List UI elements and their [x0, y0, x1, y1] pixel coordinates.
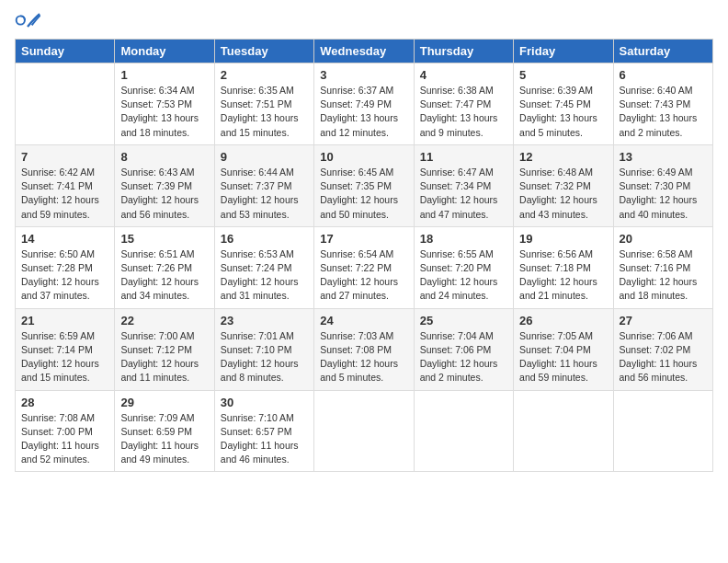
day-detail: Sunrise: 6:35 AMSunset: 7:51 PMDaylight:… [221, 84, 308, 140]
day-detail: Sunrise: 6:59 AMSunset: 7:14 PMDaylight:… [21, 329, 108, 385]
weekday-header-monday: Monday [115, 40, 214, 63]
day-number: 9 [221, 150, 308, 164]
weekday-header-thursday: Thursday [414, 40, 513, 63]
day-number: 6 [620, 68, 707, 82]
day-number: 14 [21, 232, 108, 246]
calendar-cell [514, 390, 613, 472]
day-number: 13 [620, 150, 707, 164]
calendar-cell [613, 390, 712, 472]
calendar-week-row: 21Sunrise: 6:59 AMSunset: 7:14 PMDayligh… [16, 308, 713, 390]
day-number: 11 [420, 150, 507, 164]
day-detail: Sunrise: 7:05 AMSunset: 7:04 PMDaylight:… [519, 329, 607, 385]
day-detail: Sunrise: 6:45 AMSunset: 7:35 PMDaylight:… [320, 166, 407, 222]
day-detail: Sunrise: 7:04 AMSunset: 7:06 PMDaylight:… [420, 329, 507, 385]
calendar-cell: 9Sunrise: 6:44 AMSunset: 7:37 PMDaylight… [214, 144, 313, 226]
calendar-week-row: 28Sunrise: 7:08 AMSunset: 7:00 PMDayligh… [16, 390, 713, 472]
day-detail: Sunrise: 6:56 AMSunset: 7:18 PMDaylight:… [519, 247, 607, 304]
day-number: 28 [21, 396, 108, 409]
day-number: 27 [620, 314, 707, 327]
calendar-cell: 28Sunrise: 7:08 AMSunset: 7:00 PMDayligh… [16, 390, 115, 472]
calendar-cell: 16Sunrise: 6:53 AMSunset: 7:24 PMDayligh… [214, 226, 313, 308]
day-number: 4 [420, 68, 507, 82]
logo [15, 11, 42, 29]
calendar-cell: 30Sunrise: 7:10 AMSunset: 6:57 PMDayligh… [214, 390, 313, 472]
day-detail: Sunrise: 6:42 AMSunset: 7:41 PMDaylight:… [21, 166, 108, 222]
day-detail: Sunrise: 7:01 AMSunset: 7:10 PMDaylight:… [221, 329, 308, 385]
calendar-cell: 2Sunrise: 6:35 AMSunset: 7:51 PMDaylight… [214, 63, 313, 145]
calendar-cell: 4Sunrise: 6:38 AMSunset: 7:47 PMDaylight… [414, 63, 513, 145]
calendar-cell: 13Sunrise: 6:49 AMSunset: 7:30 PMDayligh… [613, 144, 712, 226]
day-number: 29 [120, 396, 208, 409]
header [15, 11, 713, 29]
day-detail: Sunrise: 7:06 AMSunset: 7:02 PMDaylight:… [620, 329, 707, 385]
day-number: 18 [420, 232, 507, 246]
day-number: 20 [620, 232, 707, 246]
calendar-week-row: 1Sunrise: 6:34 AMSunset: 7:53 PMDaylight… [16, 63, 713, 145]
logo-icon [15, 11, 40, 29]
calendar-cell: 19Sunrise: 6:56 AMSunset: 7:18 PMDayligh… [514, 226, 613, 308]
day-detail: Sunrise: 6:40 AMSunset: 7:43 PMDaylight:… [620, 84, 707, 140]
day-number: 23 [221, 314, 308, 327]
calendar-cell: 17Sunrise: 6:54 AMSunset: 7:22 PMDayligh… [314, 226, 414, 308]
calendar-cell: 24Sunrise: 7:03 AMSunset: 7:08 PMDayligh… [314, 308, 414, 390]
day-detail: Sunrise: 7:00 AMSunset: 7:12 PMDaylight:… [120, 329, 208, 385]
calendar-cell: 12Sunrise: 6:48 AMSunset: 7:32 PMDayligh… [514, 144, 613, 226]
calendar-cell [414, 390, 513, 472]
day-number: 30 [221, 396, 308, 409]
calendar-cell: 14Sunrise: 6:50 AMSunset: 7:28 PMDayligh… [16, 226, 115, 308]
day-detail: Sunrise: 7:08 AMSunset: 7:00 PMDaylight:… [21, 411, 108, 467]
day-number: 8 [120, 150, 208, 164]
day-number: 2 [221, 68, 308, 82]
day-detail: Sunrise: 6:49 AMSunset: 7:30 PMDaylight:… [620, 166, 707, 222]
calendar-cell [16, 63, 115, 145]
day-number: 24 [320, 314, 407, 327]
day-number: 1 [120, 68, 208, 82]
weekday-header-friday: Friday [514, 40, 613, 63]
calendar-week-row: 14Sunrise: 6:50 AMSunset: 7:28 PMDayligh… [16, 226, 713, 308]
day-number: 19 [519, 232, 607, 246]
day-detail: Sunrise: 6:58 AMSunset: 7:16 PMDaylight:… [620, 247, 707, 304]
day-number: 5 [519, 68, 607, 82]
page: SundayMondayTuesdayWednesdayThursdayFrid… [0, 0, 728, 563]
day-detail: Sunrise: 7:03 AMSunset: 7:08 PMDaylight:… [320, 329, 407, 385]
calendar-cell: 20Sunrise: 6:58 AMSunset: 7:16 PMDayligh… [613, 226, 712, 308]
day-detail: Sunrise: 6:43 AMSunset: 7:39 PMDaylight:… [120, 166, 208, 222]
calendar-cell: 5Sunrise: 6:39 AMSunset: 7:45 PMDaylight… [514, 63, 613, 145]
weekday-header-row: SundayMondayTuesdayWednesdayThursdayFrid… [16, 40, 713, 63]
weekday-header-tuesday: Tuesday [214, 40, 313, 63]
calendar-cell: 23Sunrise: 7:01 AMSunset: 7:10 PMDayligh… [214, 308, 313, 390]
day-detail: Sunrise: 6:53 AMSunset: 7:24 PMDaylight:… [221, 247, 308, 304]
calendar-cell: 3Sunrise: 6:37 AMSunset: 7:49 PMDaylight… [314, 63, 414, 145]
calendar-cell: 10Sunrise: 6:45 AMSunset: 7:35 PMDayligh… [314, 144, 414, 226]
day-detail: Sunrise: 6:50 AMSunset: 7:28 PMDaylight:… [21, 247, 108, 304]
day-number: 25 [420, 314, 507, 327]
calendar-cell: 26Sunrise: 7:05 AMSunset: 7:04 PMDayligh… [514, 308, 613, 390]
calendar-cell: 25Sunrise: 7:04 AMSunset: 7:06 PMDayligh… [414, 308, 513, 390]
day-number: 7 [21, 150, 108, 164]
day-number: 10 [320, 150, 407, 164]
calendar-week-row: 7Sunrise: 6:42 AMSunset: 7:41 PMDaylight… [16, 144, 713, 226]
day-detail: Sunrise: 6:38 AMSunset: 7:47 PMDaylight:… [420, 84, 507, 140]
weekday-header-wednesday: Wednesday [314, 40, 414, 63]
calendar-cell: 11Sunrise: 6:47 AMSunset: 7:34 PMDayligh… [414, 144, 513, 226]
day-number: 17 [320, 232, 407, 246]
calendar-cell [314, 390, 414, 472]
calendar-cell: 18Sunrise: 6:55 AMSunset: 7:20 PMDayligh… [414, 226, 513, 308]
day-number: 22 [120, 314, 208, 327]
weekday-header-saturday: Saturday [613, 40, 712, 63]
day-number: 26 [519, 314, 607, 327]
day-detail: Sunrise: 6:51 AMSunset: 7:26 PMDaylight:… [120, 247, 208, 304]
day-number: 15 [120, 232, 208, 246]
day-number: 12 [519, 150, 607, 164]
day-detail: Sunrise: 6:34 AMSunset: 7:53 PMDaylight:… [120, 84, 208, 140]
calendar-cell: 22Sunrise: 7:00 AMSunset: 7:12 PMDayligh… [115, 308, 214, 390]
calendar-cell: 29Sunrise: 7:09 AMSunset: 6:59 PMDayligh… [115, 390, 214, 472]
calendar-table: SundayMondayTuesdayWednesdayThursdayFrid… [15, 39, 713, 472]
calendar-cell: 15Sunrise: 6:51 AMSunset: 7:26 PMDayligh… [115, 226, 214, 308]
day-number: 16 [221, 232, 308, 246]
day-detail: Sunrise: 6:55 AMSunset: 7:20 PMDaylight:… [420, 247, 507, 304]
calendar-cell: 8Sunrise: 6:43 AMSunset: 7:39 PMDaylight… [115, 144, 214, 226]
day-number: 3 [320, 68, 407, 82]
calendar-cell: 1Sunrise: 6:34 AMSunset: 7:53 PMDaylight… [115, 63, 214, 145]
weekday-header-sunday: Sunday [16, 40, 115, 63]
